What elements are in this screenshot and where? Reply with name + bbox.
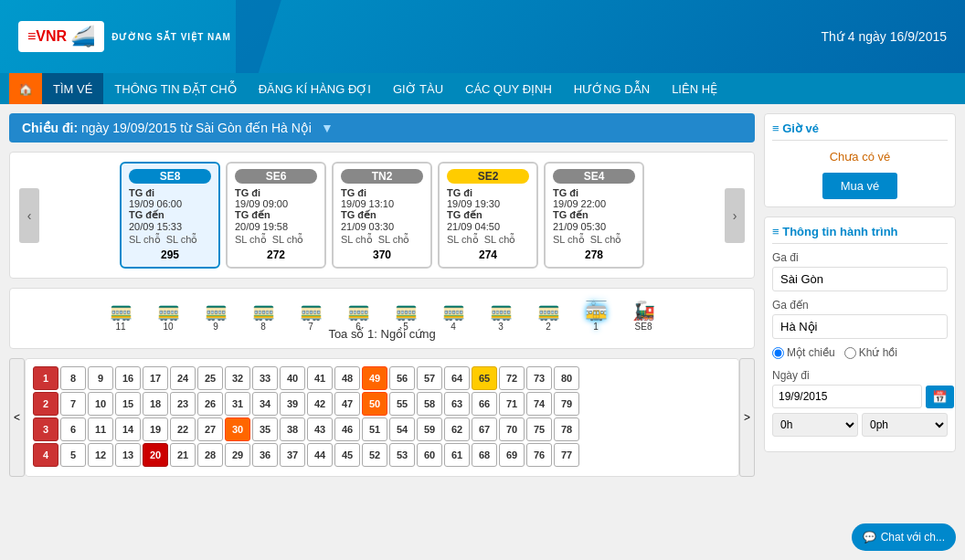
wagon-4[interactable]: 🚃 4: [430, 300, 476, 320]
wagon-SE8[interactable]: 🚂 SE8: [620, 300, 666, 320]
mot-chieu-label[interactable]: Một chiều: [772, 346, 835, 359]
seat-57[interactable]: 57: [417, 366, 442, 390]
ngay-di-input[interactable]: [772, 385, 922, 408]
nav-item-thong-tin[interactable]: THÔNG TIN ĐẶT CHỖ: [103, 73, 247, 104]
seat-66[interactable]: 66: [472, 392, 497, 416]
seat-54[interactable]: 54: [389, 417, 415, 441]
seat-31[interactable]: 31: [225, 392, 250, 416]
seat-20[interactable]: 20: [143, 443, 168, 467]
seat-45[interactable]: 45: [334, 443, 360, 467]
seat-8[interactable]: 8: [60, 366, 86, 390]
wagon-1[interactable]: 🚋 1: [573, 300, 619, 320]
seat-60[interactable]: 60: [417, 443, 442, 467]
seat-63[interactable]: 63: [444, 392, 470, 416]
wagon-6[interactable]: 🚃 6: [335, 300, 381, 320]
seat-9[interactable]: 9: [88, 366, 113, 390]
seat-15[interactable]: 15: [115, 392, 141, 416]
wagon-10[interactable]: 🚃 10: [145, 300, 191, 320]
seat-50[interactable]: 50: [362, 392, 387, 416]
seat-62[interactable]: 62: [444, 417, 470, 441]
seat-78[interactable]: 78: [554, 417, 579, 441]
wagon-7[interactable]: 🚃 7: [288, 300, 334, 320]
seat-22[interactable]: 22: [170, 417, 196, 441]
seat-73[interactable]: 73: [526, 366, 552, 390]
seat-43[interactable]: 43: [307, 417, 333, 441]
seat-25[interactable]: 25: [197, 366, 223, 390]
gio-select[interactable]: 0h1h2h3h4h5h6h7h8h9h10h11h12h13h14h15h16…: [772, 413, 858, 437]
seat-34[interactable]: 34: [252, 392, 278, 416]
seat-scroll-right[interactable]: >: [739, 358, 755, 477]
seat-39[interactable]: 39: [280, 392, 305, 416]
seat-35[interactable]: 35: [252, 417, 278, 441]
seat-71[interactable]: 71: [499, 392, 525, 416]
carousel-next[interactable]: ›: [725, 188, 745, 243]
seat-59[interactable]: 59: [417, 417, 442, 441]
seat-51[interactable]: 51: [362, 417, 387, 441]
seat-40[interactable]: 40: [280, 366, 305, 390]
train-card-se2[interactable]: SE2 TG đi 19/09 19:30 TG đến 21/09 04:50…: [438, 162, 538, 269]
seat-29[interactable]: 29: [225, 443, 250, 467]
seat-75[interactable]: 75: [526, 417, 552, 441]
train-card-se6[interactable]: SE6 TG đi 19/09 09:00 TG đến 20/09 19:58…: [226, 162, 326, 269]
train-card-tn2[interactable]: TN2 TG đi 19/09 13:10 TG đến 21/09 03:30…: [332, 162, 432, 269]
seat-55[interactable]: 55: [389, 392, 415, 416]
seat-27[interactable]: 27: [197, 417, 223, 441]
nav-item-dang-ki[interactable]: ĐĂNG KÍ HÀNG ĐỢI: [248, 73, 382, 104]
seat-30[interactable]: 30: [225, 417, 250, 441]
carousel-prev[interactable]: ‹: [19, 188, 39, 243]
wagon-11[interactable]: 🚃 11: [98, 300, 143, 320]
seat-70[interactable]: 70: [499, 417, 525, 441]
seat-79[interactable]: 79: [554, 392, 579, 416]
seat-58[interactable]: 58: [417, 392, 442, 416]
seat-47[interactable]: 47: [334, 392, 360, 416]
wagon-2[interactable]: 🚃 2: [525, 300, 571, 320]
seat-52[interactable]: 52: [362, 443, 387, 467]
seat-18[interactable]: 18: [143, 392, 168, 416]
seat-36[interactable]: 36: [252, 443, 278, 467]
phut-select[interactable]: 0ph5ph10ph15ph20ph25ph30ph35ph40ph45ph50…: [862, 413, 948, 437]
seat-32[interactable]: 32: [225, 366, 250, 390]
train-card-se8[interactable]: SE8 TG đi 19/09 06:00 TG đến 20/09 15:33…: [120, 162, 220, 269]
seat-scroll-left[interactable]: <: [9, 358, 25, 477]
wagon-5[interactable]: 🚃 5: [383, 300, 429, 320]
seat-46[interactable]: 46: [334, 417, 360, 441]
seat-21[interactable]: 21: [170, 443, 196, 467]
mua-ve-button[interactable]: Mua vé: [822, 173, 898, 199]
ga-di-input[interactable]: [772, 267, 948, 291]
train-card-se4[interactable]: SE4 TG đi 19/09 22:00 TG đến 21/09 05:30…: [544, 162, 644, 269]
seat-80[interactable]: 80: [554, 366, 579, 390]
seat-53[interactable]: 53: [389, 443, 415, 467]
seat-14[interactable]: 14: [115, 417, 141, 441]
seat-44[interactable]: 44: [307, 443, 333, 467]
seat-33[interactable]: 33: [252, 366, 278, 390]
seat-56[interactable]: 56: [389, 366, 415, 390]
seat-24[interactable]: 24: [170, 366, 196, 390]
seat-37[interactable]: 37: [280, 443, 305, 467]
seat-68[interactable]: 68: [472, 443, 497, 467]
seat-77[interactable]: 77: [554, 443, 579, 467]
seat-23[interactable]: 23: [170, 392, 196, 416]
ga-den-input[interactable]: [772, 314, 948, 339]
nav-item-huong-dan[interactable]: HƯỚNG DẪN: [563, 73, 661, 104]
seat-6[interactable]: 6: [60, 417, 86, 441]
seat-19[interactable]: 19: [143, 417, 168, 441]
seat-49[interactable]: 49: [362, 366, 387, 390]
mot-chieu-radio[interactable]: [772, 347, 784, 359]
nav-item-lien-he[interactable]: LIÊN HỆ: [661, 73, 728, 104]
nav-item-gio-tau[interactable]: GIỜ TÀU: [382, 73, 454, 104]
seat-74[interactable]: 74: [526, 392, 552, 416]
seat-11[interactable]: 11: [88, 417, 113, 441]
seat-12[interactable]: 12: [88, 443, 113, 467]
wagon-9[interactable]: 🚃 9: [193, 300, 239, 320]
seat-10[interactable]: 10: [88, 392, 113, 416]
seat-26[interactable]: 26: [197, 392, 223, 416]
seat-13[interactable]: 13: [115, 443, 141, 467]
seat-41[interactable]: 41: [307, 366, 333, 390]
seat-72[interactable]: 72: [499, 366, 525, 390]
wagon-3[interactable]: 🚃 3: [478, 300, 524, 320]
seat-16[interactable]: 16: [115, 366, 141, 390]
seat-38[interactable]: 38: [280, 417, 305, 441]
seat-76[interactable]: 76: [526, 443, 552, 467]
nav-item-tim-ve[interactable]: TÌM VÉ: [42, 73, 103, 104]
nav-item-quy-dinh[interactable]: CÁC QUY ĐỊNH: [454, 73, 563, 104]
